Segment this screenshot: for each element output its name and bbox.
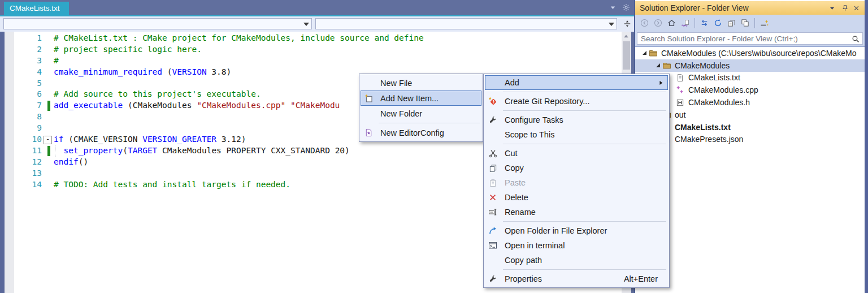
line-number: 12 [0,157,42,168]
code-token [54,146,63,155]
gear-icon[interactable] [622,3,630,11]
menu-item-rename[interactable]: Rename [485,205,668,219]
menu-item-configure-tasks[interactable]: Configure Tasks [485,113,668,127]
code-token: () [79,157,88,166]
menu-item-open-in-terminal[interactable]: Open in terminal [485,238,668,253]
menu-icon-gutter [485,149,501,158]
tree-item-label: CMakeModules.h [688,98,750,107]
line-number: 2 [0,44,42,55]
change-bar [47,101,50,111]
menu-item-label: Add [505,78,519,87]
code-token: endif [54,157,79,166]
menu-separator [503,144,666,144]
close-icon[interactable] [853,1,860,15]
menu-item-label: Rename [505,208,536,217]
menu-item-new-editorconfig[interactable]: New EditorConfig [361,125,481,140]
window-right-edge [865,0,868,293]
menu-item-label: Add New Item... [380,94,439,103]
menu-item-add[interactable]: Add [485,75,668,90]
switch-views-button[interactable] [679,16,692,29]
nav-back-button[interactable] [638,16,651,29]
menu-item-label: Copy [505,163,524,173]
menu-item-add-new-item[interactable]: Add New Item... [361,91,481,106]
tree-item-label: CMakeModules.cpp [688,85,758,94]
collapse-all-button[interactable] [725,16,738,29]
search-icon[interactable] [852,35,860,43]
scrollbar-thumb[interactable] [623,41,630,70]
menu-item-delete[interactable]: Delete [485,190,668,205]
code-token: TARGET [128,146,157,155]
menu-separator [503,269,666,270]
menu-item-label: Copy path [505,256,542,265]
code-text: set_property(TARGET CMakeModules PROPERT… [54,145,350,157]
menu-item-properties[interactable]: PropertiesAlt+Enter [485,272,668,286]
wrench-icon [489,275,497,283]
menu-item-label: Delete [505,193,528,202]
expander-expanded-icon[interactable] [653,62,662,68]
code-token: 3.8) [207,67,232,76]
hfile-icon [676,98,687,107]
cpp-icon [676,85,687,94]
scope-dropdown[interactable] [3,18,312,29]
editor-navigation-bar [0,16,634,32]
code-line-3[interactable]: 3# [0,55,622,67]
menu-item-scope-to-this[interactable]: Scope to This [485,127,668,142]
add-submenu: New FileAdd New Item...New FolderNew Edi… [359,74,483,142]
fold-collapse-button[interactable]: - [44,136,52,144]
line-number: 11 [0,145,42,157]
code-token: # [54,56,59,65]
expander-expanded-icon[interactable] [640,50,649,56]
code-token: VERSION [172,67,207,76]
new-view-button[interactable] [758,16,771,29]
tab-cmakelists[interactable]: CMakeLists.txt [4,2,69,15]
tree-item-cmakemodules[interactable]: CMakeModules [635,59,865,72]
change-bar [47,146,50,156]
menu-item-new-file[interactable]: New File [361,75,481,91]
menu-icon-gutter [485,164,501,173]
copy-icon [489,164,497,173]
line-number: 3 [0,55,42,67]
search-input[interactable] [637,32,863,45]
tree-item-label: CMakeLists.txt [688,73,740,82]
menu-separator [379,123,480,123]
menu-item-new-folder[interactable]: New Folder [361,106,481,121]
code-line-2[interactable]: 2# project specific logic here. [0,44,622,55]
toolbar-separator [754,18,755,28]
menu-separator [503,92,666,92]
tree-item-cmakemodules-c-users-wibu-source-repos-cmakemo[interactable]: CMakeModules (C:\Users\wibu\source\repos… [635,47,865,59]
menu-item-cut[interactable]: Cut [485,146,668,161]
menu-item-copy-path[interactable]: Copy path [485,253,668,268]
nav-forward-button[interactable] [652,16,665,29]
menu-item-open-folder-in-file-explorer[interactable]: Open Folder in File Explorer [485,223,668,238]
panel-titlebar[interactable]: Solution Explorer - Folder View [635,1,865,15]
member-dropdown[interactable] [315,18,617,29]
split-editor-button[interactable] [621,18,633,30]
code-token: "CMakeModu [290,101,340,110]
tab-strip: CMakeLists.txt [0,0,634,15]
menu-item-copy[interactable]: Copy [485,161,668,175]
scroll-up-icon[interactable] [623,33,630,40]
show-all-files-button[interactable] [739,16,752,29]
pin-icon[interactable] [841,1,849,15]
menu-icon-gutter [485,275,501,283]
sync-button[interactable] [698,16,711,29]
code-token: VERSION_GREATER [142,135,216,144]
menu-icon-gutter [485,193,501,201]
menu-item-create-git-repository[interactable]: Create Git Repository... [485,94,668,109]
search-box [635,31,865,46]
menu-item-label: Configure Tasks [505,115,563,124]
tree-item-label: out [675,110,685,119]
code-token [285,101,290,110]
code-line-1[interactable]: 1# CMakeList.txt : CMake project for CMa… [0,33,622,44]
window-position-chevron-icon[interactable] [829,1,835,15]
code-text: # [54,55,59,67]
add-new-item-icon [364,94,373,103]
home-button[interactable] [665,16,678,29]
chevron-down-icon [303,23,309,29]
menu-icon-gutter [485,116,501,124]
refresh-button[interactable] [711,16,724,29]
tab-list-chevron-icon[interactable] [610,5,616,11]
cut-icon [489,149,497,158]
menu-item-paste[interactable]: Paste [485,175,668,190]
editorconfig-icon [364,128,373,137]
